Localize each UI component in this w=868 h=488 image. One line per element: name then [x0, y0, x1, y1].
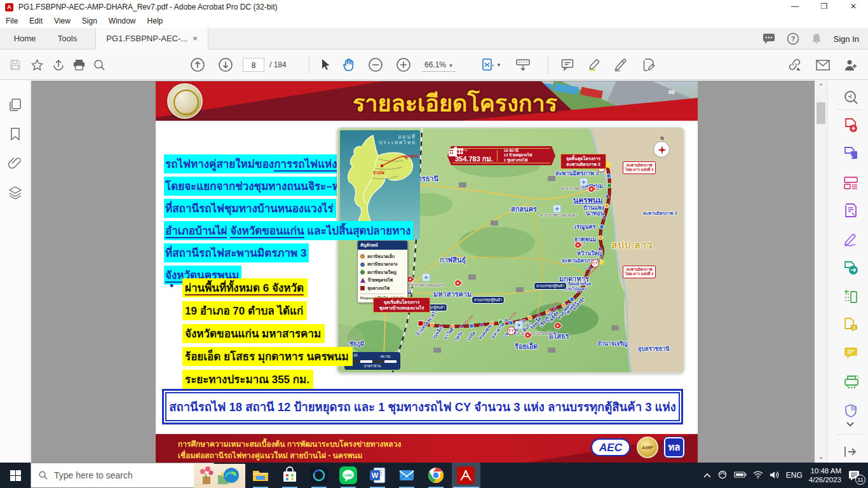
menu-help[interactable]: Help [142, 17, 169, 25]
svg-text:W: W [372, 471, 379, 479]
pdf-page: รายละเอียดโครงการ รถไฟทางคู่สายใหม่ของกา… [156, 81, 698, 463]
summary-text: สถานีรถไฟ 18 สถานี 12 ป้ายหยุดรถ และ 1 ช… [169, 398, 676, 416]
cy-callout-3: ลานบรรทุกตู้สินค้า [534, 282, 567, 290]
tray-volume-icon[interactable] [770, 471, 780, 480]
menu-window[interactable]: Window [103, 17, 142, 25]
tray-language[interactable]: ENG [786, 471, 803, 480]
vertical-scrollbar[interactable]: ⌃ ⌄ [815, 81, 827, 463]
layers-icon[interactable] [8, 185, 23, 200]
send-link-icon[interactable] [784, 50, 806, 80]
scan-ocr-tool-icon[interactable] [843, 374, 857, 388]
tab-tools[interactable]: Tools [50, 28, 85, 50]
distance-badge: ระยะทาง354.783 กม. 18 สถานี 12 ป้ายหยุดร… [447, 146, 555, 165]
airplane-icon-khonkaen: ✈ [422, 273, 430, 281]
create-pdf-tool-icon[interactable] [843, 118, 857, 132]
protect-tool-icon[interactable] [843, 403, 857, 417]
city-kalasin: กาฬสินธุ์ [440, 254, 466, 266]
feedback-icon[interactable] [763, 33, 775, 44]
fill-sign-tool-icon[interactable] [843, 232, 857, 246]
hand-tool-icon[interactable] [338, 50, 360, 80]
menu-bar: File Edit View Sign Window Help [0, 14, 868, 28]
menu-sign[interactable]: Sign [76, 17, 103, 25]
city-renunakhon: เรณูนคร [574, 222, 595, 231]
legend-medium-station: สถานีขนาดกลาง [367, 261, 398, 268]
tab-home[interactable]: Home [6, 28, 43, 50]
airplane-icon-nakhon: ✈ [580, 178, 588, 186]
edit-pdf-tool-icon[interactable] [843, 203, 857, 217]
left-panel-rail [0, 81, 31, 463]
minimize-button[interactable]: — [780, 0, 810, 14]
search-tool-icon[interactable] [843, 90, 857, 104]
find-icon[interactable] [89, 50, 109, 80]
comment-tool-icon[interactable] [843, 346, 857, 360]
taskbar-word-icon[interactable]: W [369, 466, 386, 484]
presentation-mode-icon[interactable] [512, 50, 534, 80]
acrobat-file-icon: A [5, 3, 13, 11]
highlight-icon[interactable] [583, 50, 605, 80]
bookmarks-icon[interactable] [8, 126, 23, 142]
share-upload-icon[interactable] [48, 50, 69, 80]
start-button[interactable] [0, 463, 31, 488]
taskbar-explorer-icon[interactable] [252, 466, 269, 484]
tray-notification-icon[interactable]: 11 [848, 470, 862, 481]
fit-width-icon[interactable]: ▼ [480, 50, 502, 80]
organize-pages-tool-icon[interactable] [843, 175, 857, 189]
zoom-in-icon[interactable] [393, 50, 414, 80]
taskbar-search[interactable]: Type here to search [31, 463, 214, 488]
compare-files-tool-icon[interactable] [843, 317, 857, 331]
menu-edit[interactable]: Edit [24, 17, 48, 25]
tray-wifi-icon[interactable] [753, 471, 763, 480]
tab-close-icon[interactable]: × [193, 28, 198, 50]
tab-document[interactable]: PG1.FSBPNP-AEC-... × [95, 28, 208, 50]
next-page-icon[interactable] [215, 50, 236, 80]
tray-battery-icon[interactable] [734, 471, 747, 480]
tray-clock[interactable]: 10:48 AM4/26/2023 [809, 466, 841, 484]
tray-chevron-icon[interactable] [703, 471, 711, 479]
inset-title: แผนที่ประเทศไทย [379, 134, 416, 146]
taskbar-mail-icon[interactable] [398, 466, 416, 484]
share-person-icon[interactable] [840, 50, 862, 80]
page-number-input[interactable]: 8 [243, 58, 264, 72]
save-icon[interactable] [5, 50, 25, 80]
tray-onedrive-icon[interactable] [717, 470, 728, 480]
scroll-up-icon[interactable]: ⌃ [815, 81, 827, 92]
taskbar-acrobat-icon[interactable] [457, 466, 475, 484]
city-nathon: นาทอน [586, 209, 604, 218]
previous-page-icon[interactable] [187, 50, 208, 80]
export-pdf-tool-icon[interactable] [843, 146, 857, 159]
tools-rail [827, 81, 868, 463]
menu-view[interactable]: View [48, 17, 76, 25]
zoom-out-icon[interactable] [365, 50, 386, 80]
crop-pages-tool-icon[interactable] [843, 289, 857, 303]
star-icon[interactable] [27, 50, 47, 80]
close-button[interactable]: ✕ [839, 0, 868, 14]
email-icon[interactable] [812, 50, 834, 80]
maximize-button[interactable]: ❐ [810, 0, 839, 14]
sign-in-button[interactable]: Sign In [834, 34, 859, 44]
taskbar-chrome-icon[interactable] [427, 466, 445, 484]
attachments-icon[interactable] [8, 156, 23, 171]
notification-bell-icon[interactable] [811, 32, 822, 45]
scrollbar-thumb[interactable] [817, 102, 825, 124]
page-total-label: / 184 [269, 58, 287, 72]
taskbar-edge-icon[interactable] [222, 466, 240, 484]
zoom-level-select[interactable]: 66.1% ▼ [422, 58, 456, 72]
menu-file[interactable]: File [0, 17, 24, 25]
help-icon[interactable]: ? [787, 32, 799, 45]
collapse-panel-icon[interactable] [843, 445, 857, 459]
sign-pen-icon[interactable] [610, 50, 632, 80]
taskbar-line-icon[interactable]: LINE [339, 466, 357, 484]
taskbar-webex-icon[interactable] [310, 466, 328, 484]
acrobat-window: A PG1.FSBPNP-AEC-AMP-DHARA_Rev7.pdf - Ad… [0, 0, 868, 488]
more-tools-chevron-icon[interactable] [846, 419, 860, 433]
scroll-down-icon[interactable]: ⌄ [815, 451, 827, 463]
fill-sign-icon[interactable] [638, 50, 660, 80]
send-comments-tool-icon[interactable] [843, 260, 857, 274]
page-thumbnails-icon[interactable] [8, 97, 23, 112]
print-icon[interactable] [69, 50, 89, 80]
select-tool-icon[interactable] [314, 50, 336, 80]
bullet-line-5: ระยะทางประมาณ 355 กม. [182, 370, 313, 389]
page-title: รายละเอียดโครงการ [353, 85, 557, 121]
taskbar-store-icon[interactable] [281, 466, 299, 484]
comment-icon[interactable] [557, 50, 578, 80]
